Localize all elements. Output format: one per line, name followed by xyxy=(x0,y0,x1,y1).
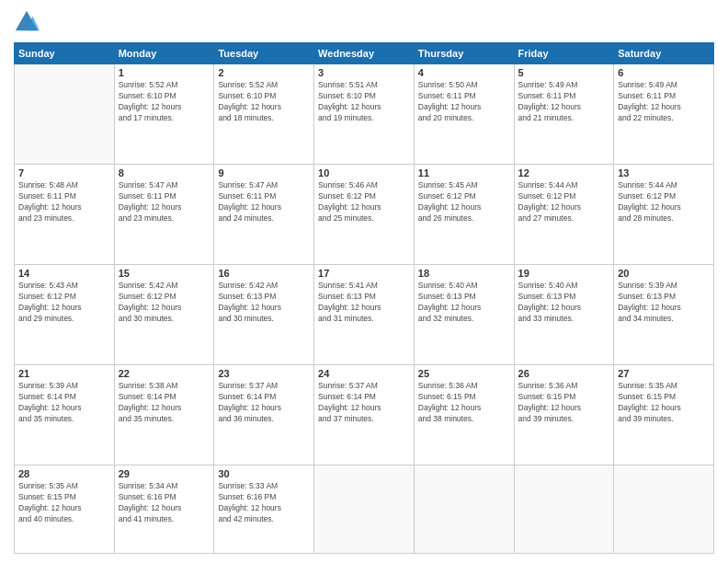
calendar-cell xyxy=(15,64,115,165)
day-number: 1 xyxy=(119,67,210,78)
calendar-cell xyxy=(314,465,415,554)
day-number: 26 xyxy=(518,368,610,379)
calendar-cell: 30Sunrise: 5:33 AMSunset: 6:16 PMDayligh… xyxy=(214,465,314,554)
calendar-cell: 6Sunrise: 5:49 AMSunset: 6:11 PMDaylight… xyxy=(614,64,714,165)
day-number: 4 xyxy=(418,67,510,78)
day-number: 29 xyxy=(119,468,210,479)
day-info: Sunrise: 5:40 AMSunset: 6:13 PMDaylight:… xyxy=(418,281,510,325)
day-info: Sunrise: 5:51 AMSunset: 6:10 PMDaylight:… xyxy=(318,80,410,124)
day-info: Sunrise: 5:35 AMSunset: 6:15 PMDaylight:… xyxy=(18,481,110,525)
calendar-cell: 25Sunrise: 5:36 AMSunset: 6:15 PMDayligh… xyxy=(414,365,514,465)
day-info: Sunrise: 5:39 AMSunset: 6:14 PMDaylight:… xyxy=(18,381,110,425)
calendar-header-saturday: Saturday xyxy=(614,43,714,64)
day-number: 23 xyxy=(218,368,310,379)
day-number: 16 xyxy=(218,268,310,279)
day-number: 20 xyxy=(618,268,710,279)
calendar-cell: 20Sunrise: 5:39 AMSunset: 6:13 PMDayligh… xyxy=(614,265,714,365)
calendar-cell: 8Sunrise: 5:47 AMSunset: 6:11 PMDaylight… xyxy=(114,165,214,265)
day-info: Sunrise: 5:39 AMSunset: 6:13 PMDaylight:… xyxy=(618,281,710,325)
day-number: 11 xyxy=(418,167,510,178)
logo xyxy=(14,9,43,35)
calendar-cell: 16Sunrise: 5:42 AMSunset: 6:13 PMDayligh… xyxy=(214,265,314,365)
week-row-3: 14Sunrise: 5:43 AMSunset: 6:12 PMDayligh… xyxy=(15,265,714,365)
calendar-cell: 17Sunrise: 5:41 AMSunset: 6:13 PMDayligh… xyxy=(314,265,415,365)
day-number: 3 xyxy=(318,67,410,78)
week-row-5: 28Sunrise: 5:35 AMSunset: 6:15 PMDayligh… xyxy=(15,465,714,554)
day-info: Sunrise: 5:37 AMSunset: 6:14 PMDaylight:… xyxy=(318,381,410,425)
calendar-cell: 11Sunrise: 5:45 AMSunset: 6:12 PMDayligh… xyxy=(414,165,514,265)
calendar-header-tuesday: Tuesday xyxy=(214,43,314,64)
calendar-cell: 9Sunrise: 5:47 AMSunset: 6:11 PMDaylight… xyxy=(214,165,314,265)
calendar-cell: 13Sunrise: 5:44 AMSunset: 6:12 PMDayligh… xyxy=(614,165,714,265)
calendar-cell xyxy=(614,465,714,554)
day-info: Sunrise: 5:44 AMSunset: 6:12 PMDaylight:… xyxy=(618,180,710,224)
day-info: Sunrise: 5:47 AMSunset: 6:11 PMDaylight:… xyxy=(218,180,310,224)
calendar-cell: 14Sunrise: 5:43 AMSunset: 6:12 PMDayligh… xyxy=(15,265,115,365)
calendar-header-friday: Friday xyxy=(514,43,614,64)
header xyxy=(14,9,714,35)
calendar-cell: 19Sunrise: 5:40 AMSunset: 6:13 PMDayligh… xyxy=(514,265,614,365)
week-row-4: 21Sunrise: 5:39 AMSunset: 6:14 PMDayligh… xyxy=(15,365,714,465)
day-info: Sunrise: 5:49 AMSunset: 6:11 PMDaylight:… xyxy=(518,80,610,124)
calendar-cell xyxy=(514,465,614,554)
calendar-header-wednesday: Wednesday xyxy=(314,43,415,64)
calendar-header-sunday: Sunday xyxy=(15,43,115,64)
page: SundayMondayTuesdayWednesdayThursdayFrid… xyxy=(0,0,728,563)
calendar-cell: 2Sunrise: 5:52 AMSunset: 6:10 PMDaylight… xyxy=(214,64,314,165)
day-info: Sunrise: 5:42 AMSunset: 6:12 PMDaylight:… xyxy=(119,281,210,325)
calendar-cell xyxy=(414,465,514,554)
calendar-cell: 22Sunrise: 5:38 AMSunset: 6:14 PMDayligh… xyxy=(114,365,214,465)
calendar-table: SundayMondayTuesdayWednesdayThursdayFrid… xyxy=(14,42,714,554)
day-number: 28 xyxy=(18,468,110,479)
day-number: 18 xyxy=(418,268,510,279)
calendar-cell: 27Sunrise: 5:35 AMSunset: 6:15 PMDayligh… xyxy=(614,365,714,465)
week-row-1: 1Sunrise: 5:52 AMSunset: 6:10 PMDaylight… xyxy=(15,64,714,165)
day-info: Sunrise: 5:48 AMSunset: 6:11 PMDaylight:… xyxy=(18,180,110,224)
day-number: 15 xyxy=(119,268,210,279)
calendar-cell: 18Sunrise: 5:40 AMSunset: 6:13 PMDayligh… xyxy=(414,265,514,365)
day-info: Sunrise: 5:36 AMSunset: 6:15 PMDaylight:… xyxy=(418,381,510,425)
day-number: 13 xyxy=(618,167,710,178)
day-number: 5 xyxy=(518,67,610,78)
calendar-cell: 28Sunrise: 5:35 AMSunset: 6:15 PMDayligh… xyxy=(15,465,115,554)
calendar-cell: 23Sunrise: 5:37 AMSunset: 6:14 PMDayligh… xyxy=(214,365,314,465)
day-number: 9 xyxy=(218,167,310,178)
day-number: 24 xyxy=(318,368,410,379)
day-info: Sunrise: 5:49 AMSunset: 6:11 PMDaylight:… xyxy=(618,80,710,124)
day-number: 17 xyxy=(318,268,410,279)
day-number: 30 xyxy=(218,468,310,479)
calendar-cell: 15Sunrise: 5:42 AMSunset: 6:12 PMDayligh… xyxy=(114,265,214,365)
day-info: Sunrise: 5:45 AMSunset: 6:12 PMDaylight:… xyxy=(418,180,510,224)
day-number: 12 xyxy=(518,167,610,178)
day-number: 14 xyxy=(18,268,110,279)
calendar-cell: 7Sunrise: 5:48 AMSunset: 6:11 PMDaylight… xyxy=(15,165,115,265)
day-number: 2 xyxy=(218,67,310,78)
day-info: Sunrise: 5:33 AMSunset: 6:16 PMDaylight:… xyxy=(218,481,310,525)
day-number: 8 xyxy=(119,167,210,178)
day-number: 10 xyxy=(318,167,410,178)
calendar-cell: 12Sunrise: 5:44 AMSunset: 6:12 PMDayligh… xyxy=(514,165,614,265)
calendar-cell: 29Sunrise: 5:34 AMSunset: 6:16 PMDayligh… xyxy=(114,465,214,554)
day-info: Sunrise: 5:43 AMSunset: 6:12 PMDaylight:… xyxy=(18,281,110,325)
calendar-cell: 4Sunrise: 5:50 AMSunset: 6:11 PMDaylight… xyxy=(414,64,514,165)
calendar-cell: 3Sunrise: 5:51 AMSunset: 6:10 PMDaylight… xyxy=(314,64,415,165)
day-info: Sunrise: 5:50 AMSunset: 6:11 PMDaylight:… xyxy=(418,80,510,124)
day-info: Sunrise: 5:47 AMSunset: 6:11 PMDaylight:… xyxy=(119,180,210,224)
day-number: 25 xyxy=(418,368,510,379)
week-row-2: 7Sunrise: 5:48 AMSunset: 6:11 PMDaylight… xyxy=(15,165,714,265)
day-number: 22 xyxy=(119,368,210,379)
calendar-header-thursday: Thursday xyxy=(414,43,514,64)
day-info: Sunrise: 5:40 AMSunset: 6:13 PMDaylight:… xyxy=(518,281,610,325)
day-info: Sunrise: 5:41 AMSunset: 6:13 PMDaylight:… xyxy=(318,281,410,325)
calendar-cell: 24Sunrise: 5:37 AMSunset: 6:14 PMDayligh… xyxy=(314,365,415,465)
day-info: Sunrise: 5:52 AMSunset: 6:10 PMDaylight:… xyxy=(218,80,310,124)
calendar-cell: 26Sunrise: 5:36 AMSunset: 6:15 PMDayligh… xyxy=(514,365,614,465)
day-info: Sunrise: 5:36 AMSunset: 6:15 PMDaylight:… xyxy=(518,381,610,425)
day-number: 7 xyxy=(18,167,110,178)
day-number: 6 xyxy=(618,67,710,78)
day-info: Sunrise: 5:35 AMSunset: 6:15 PMDaylight:… xyxy=(618,381,710,425)
calendar-cell: 1Sunrise: 5:52 AMSunset: 6:10 PMDaylight… xyxy=(114,64,214,165)
calendar-cell: 10Sunrise: 5:46 AMSunset: 6:12 PMDayligh… xyxy=(314,165,415,265)
logo-icon xyxy=(14,9,40,35)
day-info: Sunrise: 5:38 AMSunset: 6:14 PMDaylight:… xyxy=(119,381,210,425)
